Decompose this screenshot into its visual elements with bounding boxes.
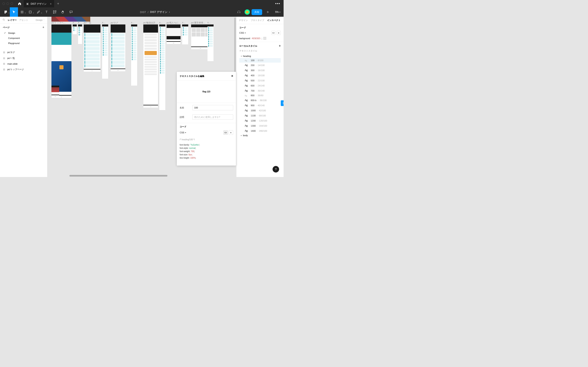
disclosure-icon: ▸ <box>241 134 242 136</box>
frame-tool[interactable]: ▾ <box>18 7 26 17</box>
chevron-down-icon: ▾ <box>279 11 280 13</box>
svg-point-2 <box>5 12 6 13</box>
avatar[interactable]: 🙂 <box>245 9 250 15</box>
move-tool[interactable]: ▾ <box>10 7 18 17</box>
layer-item[interactable]: pc/一覧 <box>0 55 47 61</box>
tab-inspect[interactable]: インスペクト <box>267 19 281 22</box>
shape-tool[interactable]: ▾ <box>26 7 34 17</box>
breadcrumb[interactable]: DIST / DIST デザイン ▾ <box>75 10 235 14</box>
window-controls[interactable] <box>0 2 16 5</box>
frame[interactable]: s… <box>131 25 137 86</box>
app-menu-icon[interactable]: ••• <box>272 2 284 6</box>
text-style-item[interactable]: Ag600· 24/140 <box>239 83 281 88</box>
tab-layers[interactable]: レイヤー <box>8 18 17 22</box>
text-style-item[interactable]: Ag200· 14/100 <box>239 63 281 68</box>
list-icon[interactable]: ≡ <box>229 130 233 135</box>
pages-header: ページ + <box>0 24 47 30</box>
home-button[interactable] <box>16 0 24 7</box>
right-panel: デザイン プロトタイプ インスペクト コード CSS ▾ <> ≡ backgr… <box>236 17 284 177</box>
tab-prototype[interactable]: プロトタイプ <box>251 19 264 22</box>
text-style-item[interactable]: Ag100· 8/100 <box>239 58 281 63</box>
zoom-control[interactable]: 5%▾ <box>274 11 282 13</box>
style-desc-input[interactable] <box>192 114 233 120</box>
layer-item[interactable]: pc/トップページ <box>0 67 47 72</box>
comment-tool[interactable] <box>67 7 75 17</box>
style-name-input[interactable] <box>192 105 233 110</box>
style-preview: Rag 123 <box>177 81 236 103</box>
chevron-down-icon: ▾ <box>169 11 170 13</box>
search-icon[interactable] <box>2 18 5 22</box>
add-style-button[interactable]: + <box>279 44 281 48</box>
help-button[interactable]: ? <box>273 166 279 173</box>
frame[interactable]: s… <box>182 25 188 44</box>
text-style-item[interactable]: Ag800-b· 36/100 <box>239 98 281 103</box>
frame[interactable]: pc/勉強会詳… <box>143 25 158 108</box>
page-item[interactable]: ✓Design <box>0 30 47 35</box>
svg-point-1 <box>6 11 7 12</box>
scrollbar-horizontal[interactable] <box>47 175 236 177</box>
frame[interactable]: pc/タグ <box>111 25 125 71</box>
text-style-item[interactable]: Ag800· 36/80 <box>239 93 281 98</box>
disclosure-icon: ▾ <box>241 55 242 57</box>
present-button[interactable] <box>264 7 272 17</box>
new-tab-button[interactable]: + <box>54 2 62 6</box>
frame[interactable]: pc/私たちに… <box>167 25 181 44</box>
frame[interactable]: pc/一覧 <box>84 25 100 72</box>
add-page-button[interactable]: + <box>43 25 44 29</box>
list-icon[interactable]: ≡ <box>277 31 281 35</box>
layer-item[interactable]: pc/タグ <box>0 49 47 55</box>
code-icon[interactable]: <> <box>223 130 228 135</box>
text-style-item[interactable]: Ag500· 22/100 <box>239 78 281 83</box>
layer-item[interactable]: main-slide <box>0 61 47 67</box>
doc-icon: ◧ <box>26 2 29 5</box>
text-style-item[interactable]: Ag300· 16/100 <box>239 68 281 73</box>
chevron-down-icon: ▾ <box>245 32 246 34</box>
pen-tool[interactable]: ▾ <box>34 7 43 17</box>
frame[interactable]: pc/運営者情… <box>191 25 210 49</box>
text-style-item[interactable]: Ag1000· 42/100 <box>239 108 281 113</box>
toolbar: ▾ ▾ ▾ ▾ ▾ DIST / DIST デザイン ▾ 🙂 共有 5%▾ <box>0 7 284 17</box>
code-block: /* heading/100 */ font-family: 'YuGothic… <box>177 136 236 162</box>
tab-design[interactable]: デザイン <box>239 19 248 22</box>
frame[interactable]: s… <box>78 25 82 44</box>
style-group-heading[interactable]: ▾ heading <box>239 54 281 58</box>
svg-rect-6 <box>53 11 54 12</box>
text-style-item[interactable]: Ag900· 40/140 <box>239 103 281 108</box>
hand-tool[interactable] <box>59 7 67 17</box>
svg-rect-8 <box>53 12 54 13</box>
svg-point-0 <box>5 11 6 12</box>
frame[interactable]: s… <box>159 25 165 110</box>
svg-rect-5 <box>29 11 31 13</box>
text-style-item[interactable]: Ag700· 30/140 <box>239 88 281 93</box>
resources-tool[interactable] <box>51 7 59 17</box>
svg-point-9 <box>3 19 4 20</box>
frame[interactable]: s… <box>208 25 214 61</box>
left-panel: レイヤー アセット Design⌃ ページ + ✓Design✓Componen… <box>0 17 47 177</box>
document-tab[interactable]: ◧ DIST デザイン × <box>24 0 54 7</box>
tab-title: DIST デザイン <box>31 2 47 6</box>
figma-menu[interactable]: ▾ <box>2 7 10 17</box>
frame[interactable]: s… <box>73 25 77 34</box>
edit-text-style-modal: テキストスタイルを編集 × Rag 123 名前 説明 コード CSS ▾ <>… <box>177 72 236 166</box>
text-style-item[interactable]: Ag1100· 68/100 <box>239 113 281 118</box>
audio-icon[interactable] <box>235 7 243 17</box>
text-tool[interactable] <box>43 7 51 17</box>
page-item[interactable]: ✓Playground <box>0 41 47 46</box>
text-style-item[interactable]: Ag400· 18/100 <box>239 73 281 78</box>
page-item[interactable]: ✓Component <box>0 35 47 41</box>
text-style-item[interactable]: Ag1200· 120/100 <box>239 118 281 123</box>
code-icon[interactable]: <> <box>271 31 276 35</box>
filter-button[interactable] <box>281 100 284 106</box>
frame[interactable]: s… <box>102 25 108 79</box>
share-button[interactable]: 共有 <box>251 9 262 15</box>
close-icon[interactable]: × <box>231 74 233 78</box>
text-style-item[interactable]: Ag1400· 280/100 <box>239 128 281 133</box>
style-group-body[interactable]: ▸ body <box>239 133 281 137</box>
text-style-item[interactable]: Ag1300· 164/100 <box>239 123 281 128</box>
chevron-down-icon: ▾ <box>185 132 186 133</box>
color-swatch[interactable] <box>263 37 266 40</box>
page-select[interactable]: Design⌃ <box>36 19 45 21</box>
close-tab-icon[interactable]: × <box>50 2 52 6</box>
svg-point-3 <box>6 12 7 13</box>
tab-assets[interactable]: アセット <box>19 18 28 22</box>
